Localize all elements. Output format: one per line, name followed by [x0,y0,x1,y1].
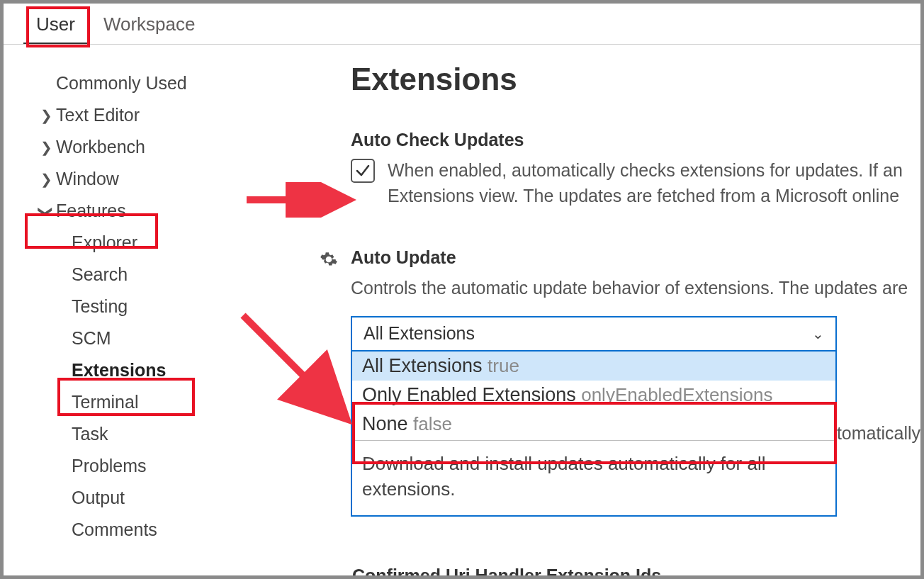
toc-features-comments[interactable]: Comments [28,514,301,546]
toc-label: Terminal [72,392,138,412]
cutoff-heading: Confirmed Uri Handler Extension Ids [352,566,661,575]
gear-icon[interactable] [320,250,338,271]
dropdown-option-none[interactable]: None false [352,410,835,439]
toc-label: Explorer [72,232,137,253]
dropdown-listbox: All Extensions true Only Enabled Extensi… [351,352,837,517]
toc-features-task[interactable]: Task [28,418,301,450]
setting-auto-check-updates: Auto Check Updates When enabled, automat… [351,130,920,209]
dropdown-option-all-extensions[interactable]: All Extensions true [352,352,835,381]
setting-auto-update: Auto Update Controls the automatic updat… [351,247,920,517]
settings-content: Extensions Auto Check Updates When enabl… [301,55,920,555]
settings-scope-tabs: User Workspace [4,4,920,45]
toc-features-extensions[interactable]: Extensions [28,354,301,386]
auto-update-dropdown: All Extensions ⌄ All Extensions true Onl… [351,316,837,517]
tab-user[interactable]: User [23,8,88,44]
dropdown-option-only-enabled[interactable]: Only Enabled Extensions onlyEnabledExten… [352,381,835,410]
auto-update-select[interactable]: All Extensions ⌄ [351,316,837,352]
setting-description: Controls the automatic update behavior o… [351,275,920,300]
chevron-down-icon: ❯ [38,201,55,221]
toc-commonly-used[interactable]: Commonly Used [28,67,301,99]
toc-label: Extensions [72,360,166,381]
toc-label: Testing [72,296,128,317]
chevron-right-icon: ❯ [36,171,56,188]
setting-title: Auto Check Updates [351,130,920,150]
chevron-down-icon: ⌄ [812,325,824,342]
cutoff-text: tomatically [837,423,920,444]
toc-features-problems[interactable]: Problems [28,450,301,482]
auto-check-updates-checkbox[interactable] [351,159,375,183]
toc-label: SCM [72,328,111,349]
toc-text-editor[interactable]: ❯ Text Editor [28,99,301,131]
dropdown-selected-label: All Extensions [364,323,475,344]
toc-label: Text Editor [56,105,140,125]
toc-label: Output [72,488,125,508]
toc-features-scm[interactable]: SCM [28,322,301,354]
toc-features-terminal[interactable]: Terminal [28,386,301,418]
toc-label: Problems [72,456,147,476]
toc-label: Window [56,169,119,189]
option-value: false [413,413,452,434]
option-label: None [362,413,408,434]
toc-label: Commonly Used [56,73,187,94]
toc-label: Comments [72,519,157,540]
option-value: onlyEnabledExtensions [581,384,772,405]
option-label: Only Enabled Extensions [362,384,576,405]
toc-label: Features [56,201,126,221]
chevron-right-icon: ❯ [36,139,56,156]
check-icon [354,162,371,179]
toc-label: Task [72,424,108,444]
dropdown-help-text: Download and install updates automatical… [352,441,835,515]
toc-features-explorer[interactable]: Explorer [28,227,301,259]
toc-window[interactable]: ❯ Window [28,163,301,195]
setting-description: When enabled, automatically checks exten… [388,157,920,209]
option-label: All Extensions [362,355,483,376]
chevron-right-icon: ❯ [36,107,56,124]
toc-features[interactable]: ❯ Features [28,195,301,227]
toc-features-search[interactable]: Search [28,259,301,291]
toc-features-testing[interactable]: Testing [28,291,301,322]
toc-features-output[interactable]: Output [28,482,301,514]
tab-workspace[interactable]: Workspace [91,8,208,44]
toc-label: Search [72,264,128,285]
toc-label: Workbench [56,137,145,157]
page-title: Extensions [351,62,920,97]
option-value: true [488,355,519,376]
setting-title: Auto Update [351,247,920,268]
settings-toc: Commonly Used ❯ Text Editor ❯ Workbench … [4,55,301,555]
toc-workbench[interactable]: ❯ Workbench [28,131,301,163]
